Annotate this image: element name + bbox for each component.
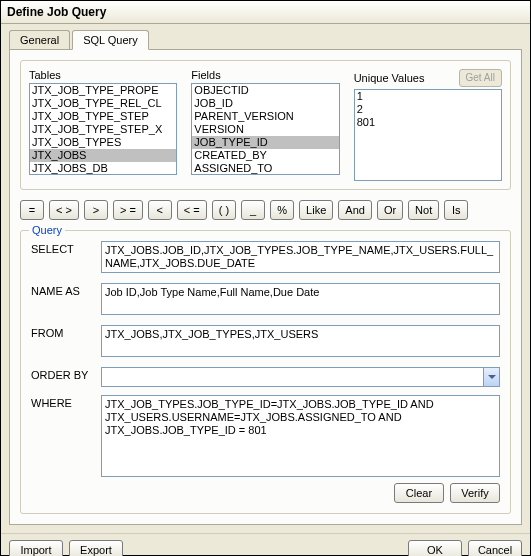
op-is-button[interactable]: Is (444, 200, 468, 220)
select-label: SELECT (31, 241, 101, 255)
chevron-down-icon (488, 375, 496, 379)
op-gt-button[interactable]: > (84, 200, 108, 220)
from-label: FROM (31, 325, 101, 339)
op-percent-button[interactable]: % (270, 200, 294, 220)
define-job-query-window: Define Job Query General SQL Query Table… (0, 0, 531, 556)
op-eq-button[interactable]: = (20, 200, 44, 220)
list-item[interactable]: JTX_JOBS (30, 149, 176, 162)
list-item[interactable]: OBJECTID (192, 84, 338, 97)
list-item[interactable]: VERSION (192, 123, 338, 136)
orderby-combobox[interactable] (101, 367, 500, 387)
nameas-textarea[interactable] (101, 283, 500, 315)
tables-label: Tables (29, 69, 177, 81)
dialog-footer: Import Export OK Cancel (1, 533, 530, 556)
query-group: Query SELECT NAME AS FROM ORDER BY (20, 230, 511, 514)
op-gte-button[interactable]: > = (113, 200, 143, 220)
op-lte-button[interactable]: < = (177, 200, 207, 220)
nameas-label: NAME AS (31, 283, 101, 297)
list-item[interactable]: CREATED_BY (192, 149, 338, 162)
clear-button[interactable]: Clear (394, 483, 444, 503)
query-group-title: Query (29, 224, 65, 236)
list-item[interactable]: JOB_ID (192, 97, 338, 110)
list-item[interactable]: JOB_TYPE_ID (192, 136, 338, 149)
cancel-button[interactable]: Cancel (468, 540, 522, 556)
list-item[interactable]: 801 (355, 116, 501, 129)
verify-button[interactable]: Verify (450, 483, 500, 503)
unique-values-listbox[interactable]: 12801 (354, 89, 502, 181)
list-item[interactable]: 2 (355, 103, 501, 116)
list-item[interactable]: JTX_JOB_TYPE_STEP (30, 110, 176, 123)
where-label: WHERE (31, 395, 101, 409)
tab-sql-query[interactable]: SQL Query (72, 30, 149, 50)
sql-query-panel: Tables JTX_JOB_TYPE_PROPEJTX_JOB_TYPE_RE… (9, 49, 522, 525)
tab-bar: General SQL Query (9, 30, 522, 50)
list-item[interactable]: JTX_JOB_TYPE_REL_CL (30, 97, 176, 110)
fields-listbox[interactable]: OBJECTIDJOB_IDPARENT_VERSIONVERSIONJOB_T… (191, 83, 339, 175)
list-item[interactable]: ASSIGNED_TO (192, 162, 338, 175)
op-paren-button[interactable]: ( ) (212, 200, 236, 220)
op-underscore-button[interactable]: _ (241, 200, 265, 220)
import-button[interactable]: Import (9, 540, 63, 556)
tab-general[interactable]: General (9, 30, 70, 50)
source-group: Tables JTX_JOB_TYPE_PROPEJTX_JOB_TYPE_RE… (20, 60, 511, 190)
from-textarea[interactable] (101, 325, 500, 357)
select-textarea[interactable] (101, 241, 500, 273)
operator-row: = < > > > = < < = ( ) _ % Like And Or No… (20, 200, 511, 220)
unique-values-label: Unique Values (354, 72, 425, 84)
ok-button[interactable]: OK (408, 540, 462, 556)
op-or-button[interactable]: Or (377, 200, 403, 220)
orderby-label: ORDER BY (31, 367, 101, 381)
window-title: Define Job Query (1, 1, 530, 24)
op-not-button[interactable]: Not (408, 200, 439, 220)
tables-listbox[interactable]: JTX_JOB_TYPE_PROPEJTX_JOB_TYPE_REL_CLJTX… (29, 83, 177, 175)
list-item[interactable]: 1 (355, 90, 501, 103)
orderby-input[interactable] (101, 367, 483, 387)
op-neq-button[interactable]: < > (49, 200, 79, 220)
list-item[interactable]: JTX_JOB_TYPE_STEP_X (30, 123, 176, 136)
orderby-dropdown-button[interactable] (483, 367, 500, 387)
op-like-button[interactable]: Like (299, 200, 333, 220)
op-lt-button[interactable]: < (148, 200, 172, 220)
get-all-button[interactable]: Get All (459, 69, 502, 87)
list-item[interactable]: JTX_JOB_TYPE_PROPE (30, 84, 176, 97)
fields-label: Fields (191, 69, 339, 81)
list-item[interactable]: PARENT_VERSION (192, 110, 338, 123)
where-textarea[interactable] (101, 395, 500, 477)
list-item[interactable]: JTX_JOB_TYPES (30, 136, 176, 149)
list-item[interactable]: JTX_JOBS_DB (30, 162, 176, 174)
export-button[interactable]: Export (69, 540, 123, 556)
op-and-button[interactable]: And (338, 200, 372, 220)
